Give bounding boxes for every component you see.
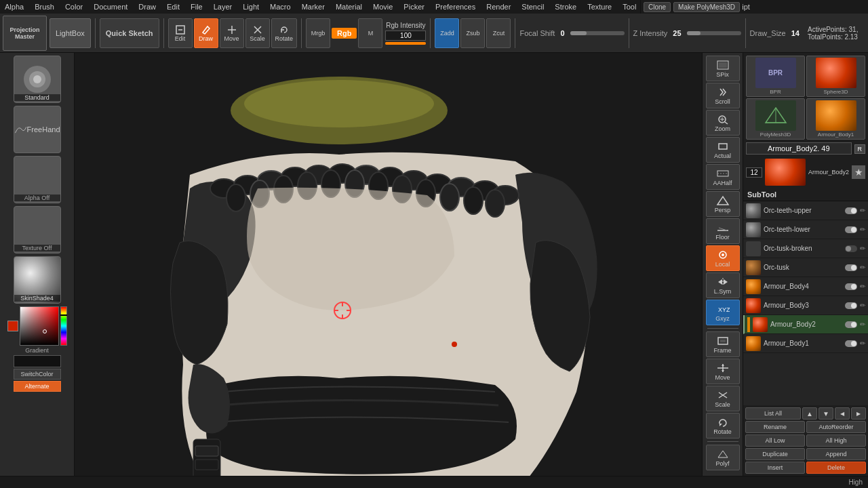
move-bottom-button[interactable]: ▶ xyxy=(851,407,866,420)
edit-icon-armour-body1[interactable]: ✏ xyxy=(860,340,865,347)
zcut-button[interactable]: Zcut xyxy=(486,18,511,48)
hue-slider[interactable] xyxy=(60,306,67,346)
edit-icon-orc-teeth-upper[interactable]: ✏ xyxy=(860,207,865,214)
draw-button[interactable]: Draw xyxy=(194,18,218,48)
eye-toggle-orc-teeth-lower[interactable] xyxy=(845,226,857,233)
menu-stroke[interactable]: Stroke xyxy=(553,2,578,12)
color-picker[interactable]: Gradient SwitchColor Alternate xyxy=(7,306,67,392)
r-button[interactable]: R xyxy=(854,144,866,154)
lightbox-button[interactable]: LightBox xyxy=(50,18,91,48)
sphere3d-tool[interactable]: Sphere3D xyxy=(806,56,865,97)
eye-toggle-orc-teeth-upper[interactable] xyxy=(845,207,857,214)
rgb-display[interactable]: Rgb xyxy=(332,28,357,39)
armour-body2-thumb[interactable] xyxy=(765,159,806,186)
alternate-button[interactable]: Alternate xyxy=(14,381,61,392)
brush-preview[interactable]: Standard xyxy=(14,56,61,103)
menu-texture[interactable]: Texture xyxy=(585,2,614,12)
lsym-button[interactable]: L.Sym xyxy=(706,272,740,298)
frame-button[interactable]: Frame xyxy=(706,331,740,357)
auto-reorder-button[interactable]: AutoReorder xyxy=(806,421,866,433)
menu-document[interactable]: Document xyxy=(92,2,130,12)
edit-icon-armour-body4[interactable]: ✏ xyxy=(860,283,865,290)
menu-file[interactable]: File xyxy=(189,2,205,12)
menu-marker[interactable]: Marker xyxy=(300,2,327,12)
scroll-button[interactable]: Scroll xyxy=(706,83,740,108)
subtool-item-orc-tusk-broken[interactable]: Orc-tusk-broken ✏ xyxy=(743,239,868,258)
menu-preferences[interactable]: Preferences xyxy=(433,2,477,12)
armour-body2-button[interactable]: ★ xyxy=(852,165,865,179)
armour-body1-tool[interactable]: Armour_Body1 xyxy=(806,98,865,140)
duplicate-button[interactable]: Duplicate xyxy=(745,448,805,460)
all-high-button[interactable]: All High xyxy=(806,434,866,447)
eye-toggle-orc-tusk[interactable] xyxy=(845,264,857,271)
persp-button[interactable]: Persp xyxy=(706,191,740,217)
polymesh3d-tool[interactable]: PolyMesh3D xyxy=(746,98,805,140)
mrgb-button[interactable]: Mrgb xyxy=(306,18,330,48)
eye-toggle-armour-body1[interactable] xyxy=(845,340,857,347)
edit-icon-orc-tusk[interactable]: ✏ xyxy=(860,264,865,271)
eye-toggle-armour-body2[interactable] xyxy=(845,321,857,328)
foreground-color[interactable] xyxy=(7,321,18,331)
gradient-swatch[interactable] xyxy=(14,355,61,367)
list-all-button[interactable]: List All xyxy=(745,407,801,420)
rename-button[interactable]: Rename xyxy=(745,421,805,433)
scale-view-button[interactable]: Scale xyxy=(706,386,740,411)
clone-button[interactable]: Clone xyxy=(644,2,671,12)
make-polymesh-button[interactable]: Make PolyMesh3D xyxy=(673,2,740,12)
menu-material[interactable]: Material xyxy=(334,2,364,12)
menu-render[interactable]: Render xyxy=(484,2,513,12)
rgb-intensity-slider[interactable] xyxy=(385,42,426,45)
subtool-item-armour-body1[interactable]: Armour_Body1 ✏ xyxy=(743,334,868,353)
edit-button[interactable]: Edit xyxy=(168,18,193,48)
projection-master-button[interactable]: Projection Master xyxy=(3,16,47,51)
material-preview[interactable]: SkinShade4 xyxy=(14,256,61,304)
menu-alpha[interactable]: Alpha xyxy=(3,2,26,12)
move-top-button[interactable]: ◀ xyxy=(835,407,850,420)
edit-icon-orc-tusk-broken[interactable]: ✏ xyxy=(860,245,865,252)
eye-toggle-armour-body4[interactable] xyxy=(845,283,857,290)
local-button[interactable]: Local xyxy=(706,245,740,271)
bpr-tool[interactable]: BPR BPR xyxy=(746,56,805,97)
gxyz-button[interactable]: XYZ Gxyz xyxy=(706,300,740,325)
alpha-preview[interactable]: Alpha Off xyxy=(14,156,61,203)
subtool-item-armour-body3[interactable]: Armour_Body3 ✏ xyxy=(743,296,868,315)
menu-color[interactable]: Color xyxy=(63,2,85,12)
actual-button[interactable]: Actual xyxy=(706,137,740,163)
floor-button[interactable]: Floor xyxy=(706,218,740,244)
rgb-intensity-value[interactable]: 100 xyxy=(385,30,426,41)
menu-macro[interactable]: Macro xyxy=(268,2,293,12)
edit-icon-orc-teeth-lower[interactable]: ✏ xyxy=(860,226,865,233)
menu-brush[interactable]: Brush xyxy=(33,2,56,12)
zadd-button[interactable]: Zadd xyxy=(435,18,459,48)
append-button[interactable]: Append xyxy=(806,448,866,460)
move-down-button[interactable]: ▼ xyxy=(818,407,833,420)
subtool-item-orc-teeth-upper[interactable]: Orc-teeth-upper ✏ xyxy=(743,201,868,220)
focal-shift-slider[interactable] xyxy=(570,31,625,35)
color-gradient-box[interactable] xyxy=(20,306,59,346)
move-button[interactable]: Move xyxy=(220,18,244,48)
menu-picker[interactable]: Picker xyxy=(401,2,427,12)
eye-toggle-armour-body3[interactable] xyxy=(845,302,857,309)
polyf-button[interactable]: Polyf xyxy=(706,445,740,470)
viewport-canvas[interactable] xyxy=(75,53,702,476)
aahalf-button[interactable]: AAHalf xyxy=(706,164,740,190)
spix-button[interactable]: SPix xyxy=(706,56,740,81)
menu-edit[interactable]: Edit xyxy=(165,2,182,12)
quick-sketch-button[interactable]: Quick Sketch xyxy=(100,18,159,48)
edit-icon-armour-body2[interactable]: ✏ xyxy=(860,321,865,328)
edit-icon-armour-body3[interactable]: ✏ xyxy=(860,302,865,309)
z-intensity-slider[interactable] xyxy=(687,31,741,35)
zoom-button[interactable]: Zoom xyxy=(706,110,740,136)
all-low-button[interactable]: All Low xyxy=(745,434,805,447)
move-up-button[interactable]: ▲ xyxy=(802,407,817,420)
rotate-button[interactable]: Rotate xyxy=(271,18,298,48)
menu-draw[interactable]: Draw xyxy=(136,2,158,12)
scale-button[interactable]: Scale xyxy=(245,18,270,48)
zsub-button[interactable]: Zsub xyxy=(460,18,485,48)
eye-toggle-orc-tusk-broken[interactable] xyxy=(845,245,857,252)
menu-tool[interactable]: Tool xyxy=(620,2,638,12)
move-view-button[interactable]: Move xyxy=(706,359,740,384)
menu-light[interactable]: Light xyxy=(241,2,261,12)
texture-preview[interactable]: Texture Off xyxy=(14,206,61,253)
subtool-item-armour-body2[interactable]: Armour_Body2 ✏ xyxy=(743,315,868,334)
